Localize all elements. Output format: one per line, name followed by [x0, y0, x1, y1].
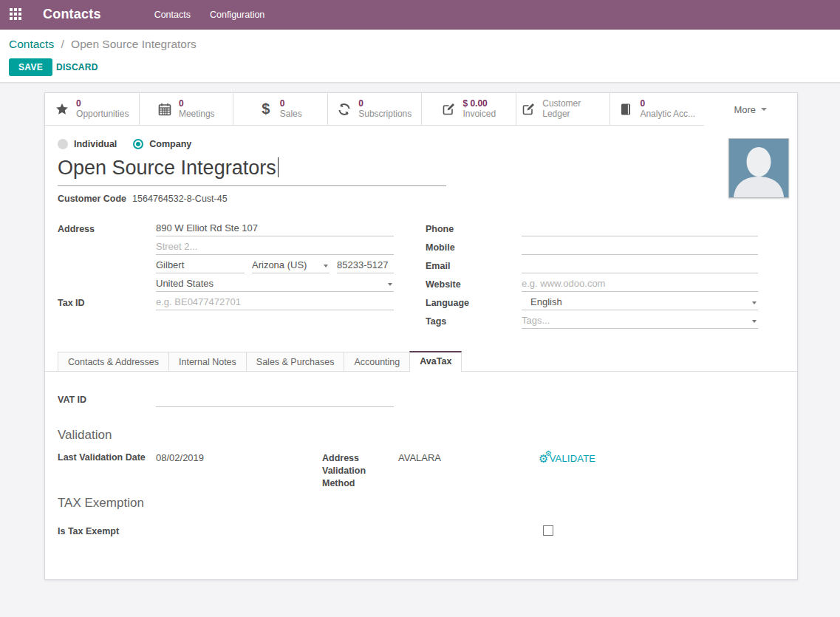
- city-value: Gilbert: [156, 259, 184, 270]
- address-validation-method-value: AVALARA: [398, 452, 441, 463]
- tax-exemption-section-title: TAX Exemption: [58, 496, 144, 511]
- stat-label: Subscriptions: [358, 109, 412, 120]
- tax-id-field[interactable]: e.g. BE0477472701: [156, 295, 394, 310]
- stat-value: $ 0.00: [462, 99, 496, 109]
- country-select[interactable]: United States: [156, 276, 394, 292]
- address-validation-method-label: Address Validation Method: [322, 452, 400, 490]
- state-select[interactable]: Arizona (US): [252, 258, 329, 273]
- stat-label: Sales: [280, 109, 302, 120]
- stat-value: 0: [76, 99, 129, 109]
- app-title: Contacts: [43, 7, 101, 22]
- street-field[interactable]: 890 W Elliot Rd Ste 107: [156, 221, 394, 236]
- stat-button-customer-ledger[interactable]: Customer Ledger: [516, 93, 610, 126]
- edit-icon: [441, 102, 456, 117]
- tags-field[interactable]: Tags...: [522, 313, 758, 329]
- chevron-down-icon: [752, 320, 757, 323]
- phone-label: Phone: [426, 224, 454, 234]
- phone-field[interactable]: [522, 221, 758, 236]
- validation-section-title: Validation: [58, 428, 112, 443]
- star-icon: [55, 102, 69, 117]
- stat-button-box: 0 Opportunities 0 Meetings $ 0 Sales: [45, 93, 797, 126]
- top-nav-bar: Contacts Contacts Configuration: [0, 0, 840, 30]
- stat-label: Opportunities: [76, 109, 129, 120]
- street2-placeholder: Street 2...: [156, 241, 197, 252]
- country-value: United States: [156, 278, 214, 289]
- state-value: Arizona (US): [252, 259, 307, 270]
- zip-value: 85233-5127: [337, 259, 388, 270]
- chevron-down-icon: [761, 108, 767, 111]
- company-avatar[interactable]: [728, 138, 789, 198]
- customer-code-value: 1564764532-8-Cust-45: [132, 194, 228, 204]
- radio-individual[interactable]: [58, 139, 68, 149]
- email-field[interactable]: [522, 258, 758, 273]
- chevron-down-icon: [324, 265, 328, 267]
- mobile-label: Mobile: [426, 242, 455, 253]
- stat-label: Invoiced: [462, 109, 496, 120]
- customer-code-label: Customer Code: [58, 194, 126, 204]
- form-sheet: 0 Opportunities 0 Meetings $ 0 Sales: [44, 92, 798, 580]
- apps-menu-icon[interactable]: [10, 8, 23, 21]
- zip-field[interactable]: 85233-5127: [337, 258, 394, 273]
- tab-sales-purchases[interactable]: Sales & Purchases: [246, 352, 345, 371]
- tags-placeholder: Tags...: [522, 315, 550, 326]
- company-name: Open Source Integrators: [58, 157, 276, 179]
- vat-id-field[interactable]: [156, 392, 394, 407]
- validate-button[interactable]: ⚙⚙ VALIDATE: [539, 453, 595, 464]
- customer-code-row: Customer Code 1564764532-8-Cust-45: [58, 194, 228, 204]
- street2-field[interactable]: Street 2...: [156, 239, 394, 255]
- breadcrumb-parent[interactable]: Contacts: [9, 38, 54, 50]
- control-panel: Contacts / Open Source Integrators SAVE …: [0, 30, 840, 83]
- last-validation-date-value: 08/02/2019: [156, 452, 204, 463]
- chevron-down-icon: [752, 301, 757, 304]
- stat-button-sales[interactable]: $ 0 Sales: [233, 93, 327, 126]
- text-cursor: [278, 157, 279, 177]
- breadcrumb: Contacts / Open Source Integrators: [9, 38, 197, 51]
- chevron-down-icon: [388, 283, 392, 286]
- tab-accounting[interactable]: Accounting: [344, 352, 410, 371]
- stat-button-meetings[interactable]: 0 Meetings: [139, 93, 233, 126]
- book-icon: [618, 102, 633, 117]
- stat-value: 0: [179, 99, 215, 109]
- top-menu: Contacts Configuration: [154, 10, 265, 20]
- stat-button-invoiced[interactable]: $ 0.00 Invoiced: [421, 93, 516, 126]
- stat-button-opportunities[interactable]: 0 Opportunities: [45, 93, 139, 126]
- sync-icon: [337, 102, 352, 117]
- address-label: Address: [58, 224, 95, 234]
- discard-button[interactable]: DISCARD: [55, 58, 100, 76]
- menu-contacts[interactable]: Contacts: [154, 10, 191, 20]
- radio-company[interactable]: [133, 139, 143, 149]
- stat-value: 0: [640, 99, 695, 109]
- website-field[interactable]: e.g. www.odoo.com: [522, 276, 758, 292]
- validate-label: VALIDATE: [550, 453, 596, 464]
- stat-label: Meetings: [179, 109, 215, 120]
- notebook-tabs: Contacts & Addresses Internal Notes Sale…: [45, 352, 797, 372]
- save-button[interactable]: SAVE: [9, 58, 52, 76]
- menu-configuration[interactable]: Configuration: [210, 10, 264, 20]
- more-button[interactable]: More: [704, 93, 798, 126]
- gears-icon: ⚙⚙: [539, 453, 549, 464]
- language-select[interactable]: English: [522, 295, 758, 310]
- email-label: Email: [426, 261, 450, 271]
- tab-contacts-addresses[interactable]: Contacts & Addresses: [58, 352, 169, 371]
- stat-button-subscriptions[interactable]: 0 Subscriptions: [327, 93, 422, 126]
- last-validation-date-label: Last Validation Date: [58, 452, 146, 463]
- tags-label: Tags: [426, 316, 446, 327]
- language-label: Language: [426, 298, 469, 308]
- stat-button-analytic-accounts[interactable]: 0 Analytic Acc...: [609, 93, 704, 126]
- tab-avatax[interactable]: AvaTax: [409, 351, 462, 372]
- website-label: Website: [426, 279, 461, 290]
- more-label: More: [734, 104, 756, 115]
- tax-id-label: Tax ID: [58, 298, 85, 308]
- title-underline: [58, 185, 446, 186]
- company-type-selector: Individual Company: [58, 139, 202, 149]
- stat-value: 0: [280, 99, 302, 109]
- edit-icon: [521, 102, 536, 117]
- tab-internal-notes[interactable]: Internal Notes: [168, 352, 247, 371]
- is-tax-exempt-checkbox[interactable]: [543, 525, 553, 536]
- mobile-field[interactable]: [522, 239, 758, 255]
- calendar-icon: [157, 102, 172, 117]
- stat-label: Analytic Acc...: [640, 109, 695, 120]
- is-tax-exempt-label: Is Tax Exempt: [58, 526, 119, 536]
- city-field[interactable]: Gilbert: [156, 258, 245, 273]
- company-name-field[interactable]: Open Source Integrators: [58, 157, 446, 186]
